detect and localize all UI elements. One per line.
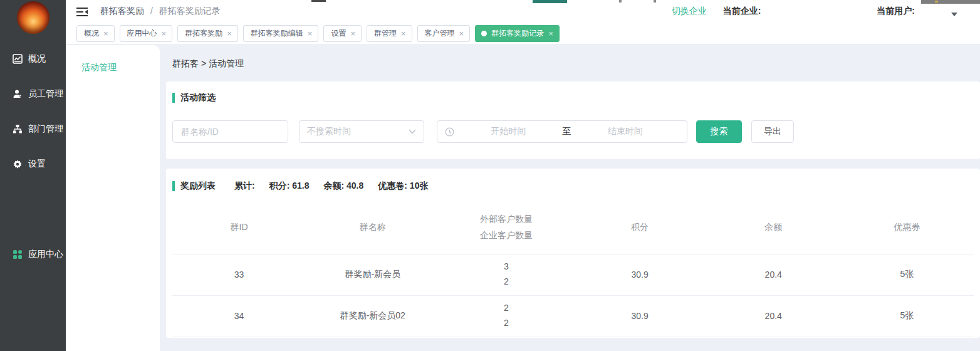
summary-label: 累计: xyxy=(234,181,255,192)
user-icon xyxy=(12,89,23,100)
date-range-picker[interactable]: 开始时间 至 结束时间 xyxy=(437,120,687,143)
breadcrumb-separator: / xyxy=(150,6,153,16)
sidebar-item-label: 概况 xyxy=(28,53,46,65)
cell-group-name: 群奖励-新会员02 xyxy=(306,310,439,322)
breadcrumb: 群拓客奖励 / 群拓客奖励记录 xyxy=(100,6,221,17)
switch-company-link[interactable]: 切换企业 xyxy=(672,6,707,17)
table-row: 33 群奖励-新会员 3 2 30.9 20.4 5张 xyxy=(172,254,974,296)
cell-customer-counts: 2 2 xyxy=(439,301,573,331)
col-header-coupon: 优惠券 xyxy=(840,222,974,233)
current-company-label: 当前企业: xyxy=(723,6,761,17)
export-button[interactable]: 导出 xyxy=(751,120,794,143)
summary-balance: 余额: 40.8 xyxy=(323,181,363,192)
browser-edge-artifact xyxy=(311,0,326,2)
search-button[interactable]: 搜索 xyxy=(696,120,742,143)
reward-list-title: 奖励列表 xyxy=(180,181,216,192)
sidebar-item-departments[interactable]: 部门管理 xyxy=(0,120,66,138)
clock-icon xyxy=(445,127,454,137)
open-tabs-bar: 概况× 应用中心× 群拓客奖励× 群拓客奖励编辑× 设置× 群管理× 客户管理×… xyxy=(66,23,980,45)
tab-label: 设置 xyxy=(331,28,346,39)
app-root: 概况 员工管理 部门管理 设置 应用中心 xyxy=(0,0,980,351)
collapse-menu-icon[interactable] xyxy=(76,7,89,17)
col-header-external: 外部客户数量 xyxy=(439,211,573,228)
header-right: 切换企业 当前企业: 当前用户: xyxy=(672,6,980,17)
table-row: 34 群奖励-新会员02 2 2 30.9 20.4 5张 xyxy=(172,296,974,337)
col-header-group-name: 群名称 xyxy=(306,222,439,233)
sidebar-item-app-center[interactable]: 应用中心 xyxy=(0,246,66,263)
cell-balance: 20.4 xyxy=(707,311,840,321)
main-sidebar: 概况 员工管理 部门管理 设置 应用中心 xyxy=(0,0,66,351)
group-name-id-input[interactable] xyxy=(172,120,288,143)
cell-coupon: 5张 xyxy=(840,269,974,280)
coupon-label: 优惠卷: xyxy=(378,181,407,191)
close-tab-icon[interactable]: × xyxy=(459,29,464,38)
tab-group-reward-records-active[interactable]: 群拓客奖励记录× xyxy=(475,25,560,42)
sidebar-item-label: 员工管理 xyxy=(28,88,63,100)
balance-value: 40.8 xyxy=(347,181,363,191)
tab-label: 客户管理 xyxy=(425,28,455,39)
reward-list-header: 奖励列表 累计: 积分: 61.8 余额: 40.8 优惠卷: 10张 xyxy=(172,181,974,192)
balance-label: 余额: xyxy=(323,181,344,191)
summary-points: 积分: 61.8 xyxy=(269,181,310,192)
close-tab-icon[interactable]: × xyxy=(350,29,355,38)
browser-edge-artifact xyxy=(533,0,567,3)
points-label: 积分: xyxy=(269,181,290,191)
active-tab-dot-icon xyxy=(481,31,487,36)
section-accent-bar xyxy=(172,93,175,103)
top-header: 群拓客奖励 / 群拓客奖励记录 切换企业 当前企业: 当前用户: xyxy=(66,0,980,23)
sidebar-item-employees[interactable]: 员工管理 xyxy=(0,85,66,103)
tab-group-mgmt[interactable]: 群管理× xyxy=(367,25,412,42)
close-tab-icon[interactable]: × xyxy=(103,29,108,38)
points-value: 61.8 xyxy=(292,181,309,191)
breadcrumb-parent[interactable]: 群拓客奖励 xyxy=(100,6,144,16)
user-dropdown-caret-icon[interactable] xyxy=(951,13,957,16)
tab-label: 群拓客奖励编辑 xyxy=(251,28,303,39)
filter-section-title: 活动筛选 xyxy=(172,92,967,103)
close-tab-icon[interactable]: × xyxy=(401,29,406,38)
gear-icon xyxy=(12,159,23,170)
cell-balance: 20.4 xyxy=(707,270,840,280)
tab-customer-mgmt[interactable]: 客户管理× xyxy=(417,25,471,42)
browser-edge-artifact xyxy=(619,0,622,3)
chevron-down-icon xyxy=(409,129,416,134)
sidebar-item-settings[interactable]: 设置 xyxy=(0,155,66,173)
cell-points: 30.9 xyxy=(573,311,707,321)
submenu-item-activity-mgmt[interactable]: 活动管理 xyxy=(66,62,160,73)
range-separator: 至 xyxy=(563,126,571,137)
tab-group-reward-edit[interactable]: 群拓客奖励编辑× xyxy=(243,25,319,42)
close-tab-icon[interactable]: × xyxy=(308,29,313,38)
time-mode-select[interactable]: 不搜索时间 xyxy=(299,120,424,143)
col-header-group-id: 群ID xyxy=(172,222,306,233)
apps-grid-icon xyxy=(12,249,23,260)
tab-app-center[interactable]: 应用中心× xyxy=(120,25,173,42)
cell-group-id: 33 xyxy=(172,270,306,280)
tab-label: 群拓客奖励记录 xyxy=(491,28,544,39)
start-time-placeholder[interactable]: 开始时间 xyxy=(454,126,563,137)
cell-group-name: 群奖励-新会员 xyxy=(306,269,439,280)
chart-icon xyxy=(12,54,23,65)
close-tab-icon[interactable]: × xyxy=(227,29,232,38)
secondary-sidebar: 活动管理 xyxy=(66,45,160,351)
filter-controls-row: 不搜索时间 开始时间 至 结束时间 搜索 导出 xyxy=(172,120,967,143)
tab-settings[interactable]: 设置× xyxy=(323,25,362,42)
cell-customer-counts: 3 2 xyxy=(439,259,573,290)
tab-label: 概况 xyxy=(84,28,99,39)
col-header-balance: 余额 xyxy=(707,222,840,233)
cell-points: 30.9 xyxy=(573,270,707,280)
current-user-label: 当前用户: xyxy=(877,6,915,17)
summary-coupon: 优惠卷: 10张 xyxy=(378,181,428,192)
sidebar-item-overview[interactable]: 概况 xyxy=(0,50,66,68)
browser-edge-artifact xyxy=(935,1,938,3)
col-header-customer-counts: 外部客户数量 企业客户数量 xyxy=(439,211,573,244)
tab-overview[interactable]: 概况× xyxy=(76,25,115,42)
company-avatar[interactable] xyxy=(17,1,50,34)
close-tab-icon[interactable]: × xyxy=(548,29,553,38)
tab-label: 群拓客奖励 xyxy=(185,28,222,39)
col-header-enterprise: 企业客户数量 xyxy=(439,228,573,244)
tab-group-reward[interactable]: 群拓客奖励× xyxy=(177,25,238,42)
close-tab-icon[interactable]: × xyxy=(162,29,167,38)
filter-title-text: 活动筛选 xyxy=(180,92,216,103)
time-mode-select-value: 不搜索时间 xyxy=(307,126,409,137)
end-time-placeholder[interactable]: 结束时间 xyxy=(571,126,680,137)
cell-coupon: 5张 xyxy=(840,310,974,322)
